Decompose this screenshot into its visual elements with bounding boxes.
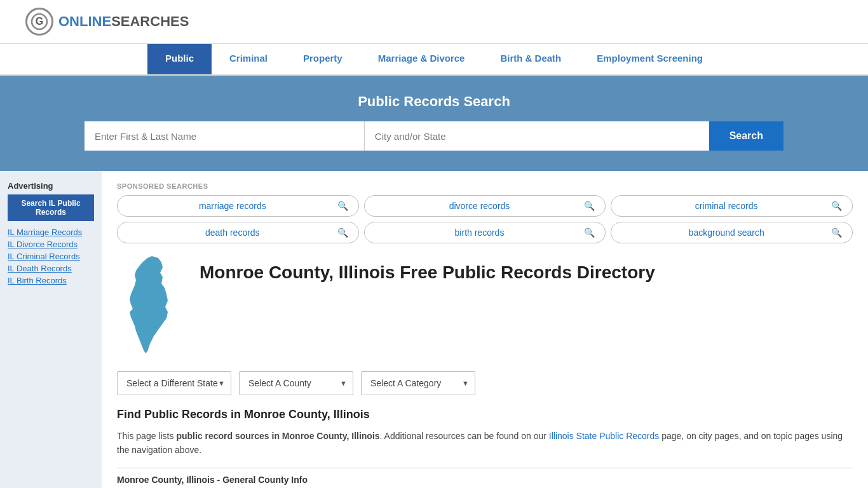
nav-criminal[interactable]: Criminal: [212, 44, 285, 74]
nav-marriage-divorce[interactable]: Marriage & Divorce: [360, 44, 483, 74]
sidebar: Advertising Search IL Public Records IL …: [0, 171, 102, 488]
find-description: This page lists public record sources in…: [117, 429, 853, 458]
search-icon-marriage: 🔍: [337, 201, 348, 211]
page-title: Monroe County, Illinois Free Public Reco…: [200, 255, 655, 284]
dropdowns-section: Select a Different State Select A County…: [117, 371, 853, 395]
sidebar-link-divorce[interactable]: IL Divorce Records: [8, 240, 94, 249]
search-banner: Public Records Search Search: [0, 76, 868, 171]
nav-public[interactable]: Public: [147, 44, 212, 74]
find-title: Find Public Records in Monroe County, Il…: [117, 408, 853, 421]
search-name-input[interactable]: [85, 121, 364, 151]
sponsored-birth[interactable]: birth records 🔍: [364, 222, 606, 243]
nav-property[interactable]: Property: [285, 44, 360, 74]
sidebar-link-criminal[interactable]: IL Criminal Records: [8, 252, 94, 261]
sponsored-grid: marriage records 🔍 divorce records 🔍 cri…: [117, 195, 853, 243]
search-icon-background: 🔍: [831, 227, 842, 238]
sidebar-ad-label: Advertising: [8, 181, 94, 191]
content-area: SPONSORED SEARCHES marriage records 🔍 di…: [102, 171, 868, 488]
illinois-map-svg: [117, 255, 180, 356]
search-banner-title: Public Records Search: [25, 93, 843, 110]
sidebar-link-marriage[interactable]: IL Marriage Records: [8, 227, 94, 237]
state-section: Monroe County, Illinois Free Public Reco…: [117, 255, 853, 358]
search-icon-death: 🔍: [337, 227, 348, 238]
main-content: Advertising Search IL Public Records IL …: [0, 171, 868, 488]
sidebar-ad-button[interactable]: Search IL Public Records: [8, 194, 94, 221]
county-info-title: Monroe County, Illinois - General County…: [117, 468, 853, 485]
sponsored-divorce[interactable]: divorce records 🔍: [364, 195, 606, 217]
logo-icon: G: [25, 8, 53, 36]
il-public-records-link[interactable]: Illinois State Public Records: [549, 431, 660, 441]
nav-employment[interactable]: Employment Screening: [579, 44, 721, 74]
header: G ONLINESEARCHES: [0, 0, 868, 44]
sidebar-link-birth[interactable]: IL Birth Records: [8, 276, 94, 285]
svg-text:G: G: [36, 16, 43, 27]
county-dropdown-wrapper: Select A County: [239, 371, 353, 395]
state-map: [117, 255, 187, 358]
sponsored-label: SPONSORED SEARCHES: [117, 182, 853, 190]
search-icon-birth: 🔍: [584, 227, 595, 238]
state-dropdown[interactable]: Select a Different State: [117, 371, 231, 395]
logo-text: ONLINESEARCHES: [58, 13, 189, 30]
nav-birth-death[interactable]: Birth & Death: [482, 44, 579, 74]
sponsored-criminal[interactable]: criminal records 🔍: [611, 195, 853, 217]
search-form: Search: [85, 121, 783, 151]
logo[interactable]: G ONLINESEARCHES: [25, 8, 189, 36]
category-dropdown[interactable]: Select A Category: [361, 371, 475, 395]
main-nav: Public Criminal Property Marriage & Divo…: [0, 44, 868, 76]
sponsored-marriage[interactable]: marriage records 🔍: [117, 195, 359, 217]
sidebar-link-death[interactable]: IL Death Records: [8, 264, 94, 273]
category-dropdown-wrapper: Select A Category: [361, 371, 475, 395]
search-icon-criminal: 🔍: [831, 201, 842, 211]
sponsored-background[interactable]: background search 🔍: [611, 222, 853, 243]
county-dropdown[interactable]: Select A County: [239, 371, 353, 395]
state-dropdown-wrapper: Select a Different State: [117, 371, 231, 395]
search-button[interactable]: Search: [709, 121, 783, 151]
sponsored-death[interactable]: death records 🔍: [117, 222, 359, 243]
search-location-input[interactable]: [364, 121, 709, 151]
search-icon-divorce: 🔍: [584, 201, 595, 211]
